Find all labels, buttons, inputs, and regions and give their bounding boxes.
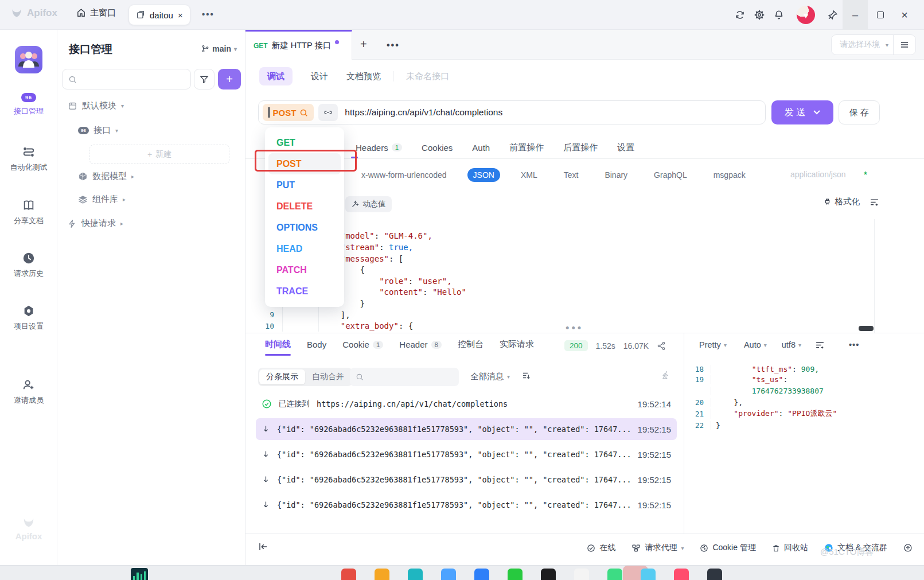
minimize-button[interactable]: – — [843, 0, 868, 30]
timeline-search-input[interactable] — [368, 372, 449, 382]
timeline-search-box[interactable] — [350, 368, 459, 386]
notifications-button[interactable] — [769, 0, 789, 30]
request-body-editor[interactable]: 1 { 2 "model": "GLM-4.6", 3 "st — [245, 219, 924, 333]
wrap-lines-button[interactable] — [870, 198, 879, 207]
request-tab[interactable]: 后置操作 — [563, 142, 598, 153]
tree-item-quick-request[interactable]: 快捷请求▸ — [68, 218, 123, 229]
body-type-option[interactable]: GraphQL — [648, 168, 693, 182]
timeline-connected-row[interactable]: 已连接到 https://aiping.cn/api/v1/chat/compl… — [256, 393, 677, 415]
sidebar-item-invite-members[interactable]: 邀请成员 — [0, 379, 57, 406]
toggle-split-display[interactable]: 分条展示 — [259, 369, 305, 384]
format-button[interactable]: 格式化 — [823, 196, 860, 207]
branch-selector[interactable]: main ▾ — [201, 44, 237, 53]
url-input[interactable]: https://aiping.cn/api/v1/chat/completion… — [345, 107, 502, 118]
share-icon[interactable] — [657, 341, 666, 351]
timeline-message-row[interactable]: {"id": "6926abad6c5232e963881f1e51778593… — [256, 469, 677, 491]
method-selector[interactable]: POST — [263, 104, 314, 121]
request-tab[interactable]: Auth — [472, 143, 490, 153]
tree-item-api-folder[interactable]: 96 接口▾ — [78, 125, 118, 136]
sidebar-item-automation-test[interactable]: 自动化测试 — [0, 146, 57, 173]
method-option[interactable]: PATCH — [268, 259, 341, 281]
method-option[interactable]: PUT — [268, 174, 341, 196]
main-window-tab[interactable]: 主窗口 — [76, 7, 116, 18]
taskbar-app-icon[interactable] — [341, 569, 356, 580]
response-tab[interactable]: 时间线 — [265, 339, 291, 355]
viewer-more-button[interactable]: ••• — [849, 340, 859, 349]
new-api-button[interactable]: +新建 — [89, 145, 229, 164]
taskbar-app-icon[interactable] — [408, 569, 423, 580]
link-button[interactable] — [318, 104, 338, 121]
request-tab[interactable]: Headers 1 — [356, 143, 402, 153]
editor-scrollbar[interactable] — [874, 219, 875, 333]
wrap-lines-icon[interactable] — [815, 341, 825, 349]
encoding-dropdown[interactable]: utf8▾ — [782, 340, 801, 349]
taskbar-app-icon[interactable] — [508, 569, 523, 580]
method-option[interactable]: OPTIONS — [268, 217, 341, 238]
body-type-option[interactable]: x-www-form-urlencoded — [356, 168, 453, 182]
taskbar-app-icon[interactable] — [474, 569, 489, 580]
panel-resize-handle[interactable]: ••• — [565, 324, 583, 333]
request-tab[interactable]: 设置 — [617, 142, 634, 153]
format-dropdown[interactable]: Auto▾ — [744, 340, 767, 349]
tab-overflow-button[interactable]: ••• — [387, 40, 400, 50]
tree-item-data-model[interactable]: 数据模型▸ — [78, 171, 134, 182]
send-button[interactable]: 发 送 — [771, 100, 833, 124]
editor-scrollbar-thumb[interactable] — [859, 326, 874, 331]
clear-button[interactable] — [661, 370, 670, 380]
user-avatar[interactable]: ♥ — [797, 6, 815, 24]
upgrade-button[interactable] — [903, 543, 913, 552]
taskbar-app-icon[interactable] — [574, 569, 589, 580]
taskbar-app-icon[interactable] — [441, 569, 456, 580]
sync-button[interactable] — [730, 0, 750, 30]
body-type-option[interactable]: Text — [558, 168, 584, 182]
sidebar-item-api-management[interactable]: 96 接口管理 — [0, 93, 57, 116]
body-type-option[interactable]: XML — [515, 168, 543, 182]
tab-design[interactable]: 设计 — [303, 67, 336, 85]
close-tab-icon[interactable]: × — [178, 10, 183, 20]
method-option[interactable]: DELETE — [268, 196, 341, 217]
trash-button[interactable]: 回收站 — [772, 543, 808, 553]
method-option[interactable]: TRACE — [268, 281, 341, 302]
taskbar-app-icon[interactable] — [375, 569, 389, 580]
request-proxy-button[interactable]: 请求代理 ▾ — [631, 543, 684, 553]
taskbar-app-icon[interactable] — [674, 569, 689, 580]
collapse-sidebar-button[interactable] — [258, 542, 268, 551]
tab-doc-preview[interactable]: 文档预览 — [338, 67, 389, 85]
body-type-option[interactable]: JSON — [467, 168, 500, 182]
tree-item-component-library[interactable]: 组件库▸ — [78, 194, 126, 205]
cookie-manager-button[interactable]: Cookie 管理 — [700, 543, 755, 553]
new-tab-button[interactable]: + — [360, 38, 367, 51]
project-window-tab[interactable]: daitou × — [128, 5, 190, 25]
request-tab[interactable]: 前置操作 — [509, 142, 544, 153]
dynamic-value-button[interactable]: 动态值 — [345, 196, 392, 212]
response-tab[interactable]: Body — [307, 340, 326, 354]
timeline-message-row[interactable]: {"id": "6926abad6c5232e963881f1e51778593… — [256, 418, 677, 440]
response-body-viewer[interactable]: 18 "ttft_ms": 909, 19 "ts_us": — [692, 362, 917, 431]
response-tab[interactable]: Cookie 1 — [342, 340, 383, 354]
sidebar-item-share-docs[interactable]: 分享文档 — [0, 199, 57, 226]
pin-button[interactable] — [823, 0, 843, 30]
environment-selector[interactable]: 请选择环境 ▾ — [831, 34, 916, 55]
project-avatar[interactable] — [15, 46, 42, 73]
request-tab[interactable]: Cookies — [422, 143, 453, 153]
open-doc-tab[interactable]: GET 新建 HTTP 接口 — [245, 30, 352, 60]
sidebar-item-request-history[interactable]: 请求历史 — [0, 252, 57, 279]
close-window-button[interactable]: × — [893, 0, 916, 30]
taskbar-app-icon[interactable] — [641, 569, 656, 580]
taskbar-app-icon[interactable] — [707, 569, 722, 580]
taskbar-app-icon[interactable] — [541, 569, 556, 580]
sort-button[interactable] — [522, 371, 531, 380]
message-filter-dropdown[interactable]: 全部消息 ▾ — [470, 371, 510, 382]
body-type-option[interactable]: msgpack — [708, 168, 751, 182]
settings-button[interactable] — [750, 0, 769, 30]
toggle-auto-merge[interactable]: 自动合并 — [305, 369, 351, 384]
body-type-option[interactable]: Binary — [599, 168, 633, 182]
tree-item-default-module[interactable]: 默认模块▾ — [68, 100, 124, 111]
env-menu-button[interactable] — [894, 41, 915, 49]
maximize-button[interactable] — [868, 0, 893, 30]
add-button[interactable]: + — [218, 69, 241, 89]
online-status[interactable]: 在线 — [587, 543, 615, 553]
response-tab[interactable]: Header 8 — [399, 340, 442, 354]
sidebar-item-project-settings[interactable]: 项目设置 — [0, 305, 57, 332]
tab-debug[interactable]: 调试 — [259, 67, 293, 85]
